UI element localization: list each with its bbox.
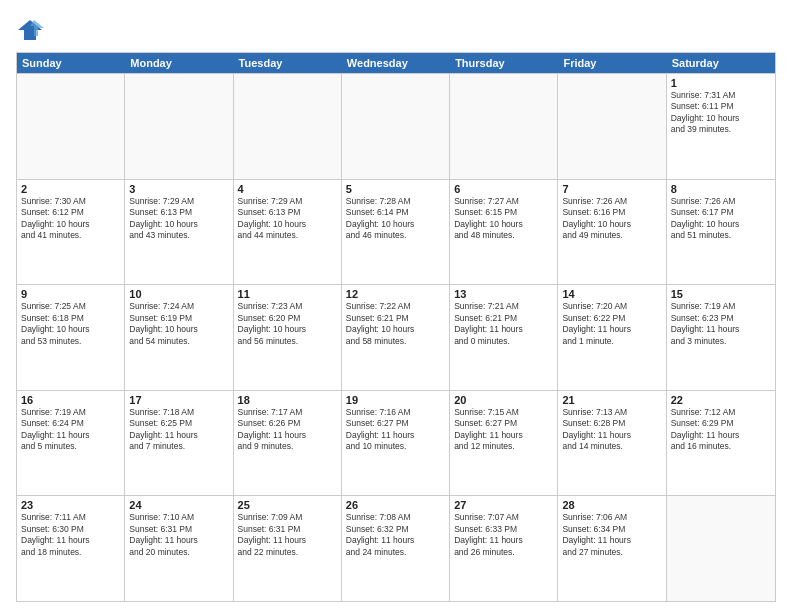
calendar-cell: 20Sunrise: 7:15 AM Sunset: 6:27 PM Dayli…: [450, 391, 558, 496]
day-number: 8: [671, 183, 771, 195]
calendar-cell: [667, 496, 775, 601]
day-number: 25: [238, 499, 337, 511]
calendar-cell: 23Sunrise: 7:11 AM Sunset: 6:30 PM Dayli…: [17, 496, 125, 601]
day-info: Sunrise: 7:21 AM Sunset: 6:21 PM Dayligh…: [454, 301, 553, 347]
day-number: 1: [671, 77, 771, 89]
calendar-cell: 28Sunrise: 7:06 AM Sunset: 6:34 PM Dayli…: [558, 496, 666, 601]
day-number: 11: [238, 288, 337, 300]
calendar-cell: 10Sunrise: 7:24 AM Sunset: 6:19 PM Dayli…: [125, 285, 233, 390]
day-number: 28: [562, 499, 661, 511]
weekday-header: Monday: [125, 53, 233, 73]
day-info: Sunrise: 7:10 AM Sunset: 6:31 PM Dayligh…: [129, 512, 228, 558]
calendar-cell: [342, 74, 450, 179]
calendar-body: 1Sunrise: 7:31 AM Sunset: 6:11 PM Daylig…: [17, 73, 775, 601]
weekday-header: Sunday: [17, 53, 125, 73]
day-info: Sunrise: 7:07 AM Sunset: 6:33 PM Dayligh…: [454, 512, 553, 558]
calendar-row: 2Sunrise: 7:30 AM Sunset: 6:12 PM Daylig…: [17, 179, 775, 285]
day-info: Sunrise: 7:24 AM Sunset: 6:19 PM Dayligh…: [129, 301, 228, 347]
day-number: 26: [346, 499, 445, 511]
calendar-header: SundayMondayTuesdayWednesdayThursdayFrid…: [17, 53, 775, 73]
calendar-cell: 22Sunrise: 7:12 AM Sunset: 6:29 PM Dayli…: [667, 391, 775, 496]
calendar-row: 23Sunrise: 7:11 AM Sunset: 6:30 PM Dayli…: [17, 495, 775, 601]
day-info: Sunrise: 7:16 AM Sunset: 6:27 PM Dayligh…: [346, 407, 445, 453]
weekday-header: Wednesday: [342, 53, 450, 73]
day-number: 20: [454, 394, 553, 406]
day-info: Sunrise: 7:15 AM Sunset: 6:27 PM Dayligh…: [454, 407, 553, 453]
day-number: 5: [346, 183, 445, 195]
calendar-cell: 5Sunrise: 7:28 AM Sunset: 6:14 PM Daylig…: [342, 180, 450, 285]
calendar-cell: 21Sunrise: 7:13 AM Sunset: 6:28 PM Dayli…: [558, 391, 666, 496]
day-number: 14: [562, 288, 661, 300]
day-info: Sunrise: 7:22 AM Sunset: 6:21 PM Dayligh…: [346, 301, 445, 347]
calendar-cell: 1Sunrise: 7:31 AM Sunset: 6:11 PM Daylig…: [667, 74, 775, 179]
calendar-cell: 16Sunrise: 7:19 AM Sunset: 6:24 PM Dayli…: [17, 391, 125, 496]
day-info: Sunrise: 7:18 AM Sunset: 6:25 PM Dayligh…: [129, 407, 228, 453]
day-info: Sunrise: 7:27 AM Sunset: 6:15 PM Dayligh…: [454, 196, 553, 242]
calendar-cell: 14Sunrise: 7:20 AM Sunset: 6:22 PM Dayli…: [558, 285, 666, 390]
calendar-cell: 8Sunrise: 7:26 AM Sunset: 6:17 PM Daylig…: [667, 180, 775, 285]
day-number: 24: [129, 499, 228, 511]
day-number: 6: [454, 183, 553, 195]
day-info: Sunrise: 7:26 AM Sunset: 6:17 PM Dayligh…: [671, 196, 771, 242]
logo-icon: [16, 16, 44, 44]
day-info: Sunrise: 7:13 AM Sunset: 6:28 PM Dayligh…: [562, 407, 661, 453]
day-number: 18: [238, 394, 337, 406]
weekday-header: Friday: [558, 53, 666, 73]
calendar-cell: [125, 74, 233, 179]
calendar-cell: 15Sunrise: 7:19 AM Sunset: 6:23 PM Dayli…: [667, 285, 775, 390]
day-number: 15: [671, 288, 771, 300]
weekday-header: Saturday: [667, 53, 775, 73]
weekday-header: Thursday: [450, 53, 558, 73]
calendar-cell: 2Sunrise: 7:30 AM Sunset: 6:12 PM Daylig…: [17, 180, 125, 285]
calendar-cell: 7Sunrise: 7:26 AM Sunset: 6:16 PM Daylig…: [558, 180, 666, 285]
day-number: 10: [129, 288, 228, 300]
day-number: 4: [238, 183, 337, 195]
day-info: Sunrise: 7:08 AM Sunset: 6:32 PM Dayligh…: [346, 512, 445, 558]
day-info: Sunrise: 7:29 AM Sunset: 6:13 PM Dayligh…: [238, 196, 337, 242]
day-number: 21: [562, 394, 661, 406]
day-number: 9: [21, 288, 120, 300]
day-info: Sunrise: 7:19 AM Sunset: 6:23 PM Dayligh…: [671, 301, 771, 347]
calendar-cell: [17, 74, 125, 179]
calendar-cell: 24Sunrise: 7:10 AM Sunset: 6:31 PM Dayli…: [125, 496, 233, 601]
day-number: 23: [21, 499, 120, 511]
calendar-cell: 27Sunrise: 7:07 AM Sunset: 6:33 PM Dayli…: [450, 496, 558, 601]
day-info: Sunrise: 7:29 AM Sunset: 6:13 PM Dayligh…: [129, 196, 228, 242]
day-info: Sunrise: 7:17 AM Sunset: 6:26 PM Dayligh…: [238, 407, 337, 453]
calendar-cell: 13Sunrise: 7:21 AM Sunset: 6:21 PM Dayli…: [450, 285, 558, 390]
day-number: 19: [346, 394, 445, 406]
calendar-cell: 11Sunrise: 7:23 AM Sunset: 6:20 PM Dayli…: [234, 285, 342, 390]
day-number: 2: [21, 183, 120, 195]
day-number: 17: [129, 394, 228, 406]
weekday-header: Tuesday: [234, 53, 342, 73]
header: [16, 16, 776, 44]
day-info: Sunrise: 7:26 AM Sunset: 6:16 PM Dayligh…: [562, 196, 661, 242]
day-info: Sunrise: 7:09 AM Sunset: 6:31 PM Dayligh…: [238, 512, 337, 558]
day-info: Sunrise: 7:30 AM Sunset: 6:12 PM Dayligh…: [21, 196, 120, 242]
day-number: 22: [671, 394, 771, 406]
calendar: SundayMondayTuesdayWednesdayThursdayFrid…: [16, 52, 776, 602]
calendar-cell: 25Sunrise: 7:09 AM Sunset: 6:31 PM Dayli…: [234, 496, 342, 601]
calendar-cell: 6Sunrise: 7:27 AM Sunset: 6:15 PM Daylig…: [450, 180, 558, 285]
day-info: Sunrise: 7:23 AM Sunset: 6:20 PM Dayligh…: [238, 301, 337, 347]
svg-marker-0: [18, 20, 42, 40]
day-info: Sunrise: 7:31 AM Sunset: 6:11 PM Dayligh…: [671, 90, 771, 136]
calendar-cell: 4Sunrise: 7:29 AM Sunset: 6:13 PM Daylig…: [234, 180, 342, 285]
day-number: 13: [454, 288, 553, 300]
day-info: Sunrise: 7:20 AM Sunset: 6:22 PM Dayligh…: [562, 301, 661, 347]
calendar-cell: 19Sunrise: 7:16 AM Sunset: 6:27 PM Dayli…: [342, 391, 450, 496]
calendar-cell: 18Sunrise: 7:17 AM Sunset: 6:26 PM Dayli…: [234, 391, 342, 496]
day-info: Sunrise: 7:12 AM Sunset: 6:29 PM Dayligh…: [671, 407, 771, 453]
day-number: 27: [454, 499, 553, 511]
logo: [16, 16, 48, 44]
calendar-row: 1Sunrise: 7:31 AM Sunset: 6:11 PM Daylig…: [17, 73, 775, 179]
day-info: Sunrise: 7:28 AM Sunset: 6:14 PM Dayligh…: [346, 196, 445, 242]
day-info: Sunrise: 7:11 AM Sunset: 6:30 PM Dayligh…: [21, 512, 120, 558]
day-number: 12: [346, 288, 445, 300]
calendar-cell: 3Sunrise: 7:29 AM Sunset: 6:13 PM Daylig…: [125, 180, 233, 285]
day-info: Sunrise: 7:19 AM Sunset: 6:24 PM Dayligh…: [21, 407, 120, 453]
page: SundayMondayTuesdayWednesdayThursdayFrid…: [0, 0, 792, 612]
calendar-cell: [450, 74, 558, 179]
day-info: Sunrise: 7:25 AM Sunset: 6:18 PM Dayligh…: [21, 301, 120, 347]
calendar-row: 9Sunrise: 7:25 AM Sunset: 6:18 PM Daylig…: [17, 284, 775, 390]
